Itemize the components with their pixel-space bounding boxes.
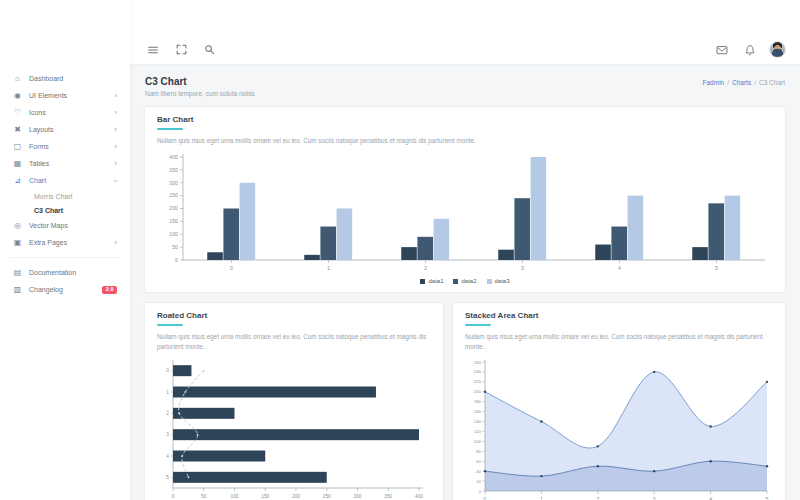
sidebar-item-label: Vector Maps bbox=[29, 222, 68, 229]
sidebar-item-c3-chart[interactable]: C3 Chart bbox=[0, 203, 130, 217]
card-title-rotated: Roated Chart bbox=[157, 311, 431, 320]
app-root: ⌂Dashboard◉UI Elements›♡Icons›✖Layouts›▢… bbox=[0, 0, 800, 500]
sidebar-item-changelog[interactable]: ▥Changelog2.0 bbox=[0, 281, 130, 299]
svg-text:400: 400 bbox=[169, 154, 178, 160]
svg-text:0: 0 bbox=[166, 369, 169, 374]
bar-chart[interactable]: 050100150200250300350400012345 bbox=[157, 150, 773, 276]
svg-text:0: 0 bbox=[479, 489, 482, 494]
version-badge: 2.0 bbox=[102, 286, 117, 295]
svg-text:100: 100 bbox=[230, 494, 238, 499]
sidebar-item-label: Forms bbox=[29, 143, 49, 150]
stacked-area-chart[interactable]: 0204060801001201401601802002202402600123… bbox=[465, 356, 773, 500]
sidebar-item-vector-maps[interactable]: ◎Vector Maps bbox=[0, 217, 130, 234]
sidebar-item-label: Dashboard bbox=[29, 75, 63, 82]
search-icon[interactable] bbox=[200, 41, 218, 59]
sidebar-item-dashboard[interactable]: ⌂Dashboard bbox=[0, 70, 130, 87]
svg-text:120: 120 bbox=[474, 429, 482, 434]
svg-text:4: 4 bbox=[618, 265, 621, 271]
breadcrumb: Fadmin/Charts/C3 Chart bbox=[703, 79, 785, 86]
card-title-bar: Bar Chart bbox=[157, 115, 773, 124]
svg-text:5: 5 bbox=[166, 475, 169, 480]
svg-text:350: 350 bbox=[384, 494, 392, 499]
ui-elements-icon: ◉ bbox=[13, 92, 22, 100]
sidebar-item-label: UI Elements bbox=[29, 92, 67, 99]
sidebar-nav: ⌂Dashboard◉UI Elements›♡Icons›✖Layouts›▢… bbox=[0, 70, 130, 299]
svg-text:350: 350 bbox=[169, 167, 178, 173]
documentation-icon: ▤ bbox=[13, 269, 22, 277]
card-title-stacked: Stacked Area Chart bbox=[465, 311, 773, 320]
bar-chart-card: Bar Chart Nullam quis risus eget urna mo… bbox=[144, 106, 786, 293]
svg-text:5: 5 bbox=[715, 265, 718, 271]
svg-text:20: 20 bbox=[476, 479, 481, 484]
legend-item-data3[interactable]: data3 bbox=[487, 278, 510, 284]
sidebar-item-label: Tables bbox=[29, 160, 49, 167]
svg-text:0: 0 bbox=[172, 494, 175, 499]
svg-text:4: 4 bbox=[166, 454, 169, 459]
sidebar-item-label: Chart bbox=[29, 177, 46, 184]
user-avatar[interactable] bbox=[769, 41, 786, 58]
svg-text:250: 250 bbox=[169, 193, 178, 199]
svg-text:50: 50 bbox=[201, 494, 207, 499]
sidebar-item-morris-chart[interactable]: Morris Chart bbox=[0, 189, 130, 203]
sidebar-item-label: Changelog bbox=[29, 286, 63, 293]
title-underline bbox=[157, 324, 183, 326]
chevron-down-icon: › bbox=[112, 179, 120, 182]
svg-text:40: 40 bbox=[476, 469, 481, 474]
svg-text:200: 200 bbox=[169, 206, 178, 212]
svg-text:4: 4 bbox=[709, 496, 712, 500]
svg-text:2: 2 bbox=[424, 265, 427, 271]
svg-text:240: 240 bbox=[474, 370, 482, 375]
rotated-bar-chart[interactable]: 050100150200250300350400012345 bbox=[157, 356, 431, 500]
legend-item-data1[interactable]: data1 bbox=[420, 278, 443, 284]
svg-text:1: 1 bbox=[540, 496, 543, 500]
sidebar-item-forms[interactable]: ▢Forms› bbox=[0, 138, 130, 155]
svg-text:2: 2 bbox=[596, 496, 599, 500]
card-desc-bar: Nullam quis risus eget urna mollis ornar… bbox=[157, 136, 773, 145]
title-underline bbox=[157, 128, 183, 130]
breadcrumb-separator: / bbox=[754, 79, 756, 86]
sidebar-item-icons[interactable]: ♡Icons› bbox=[0, 104, 130, 121]
svg-text:3: 3 bbox=[166, 433, 169, 438]
sidebar-item-layouts[interactable]: ✖Layouts› bbox=[0, 121, 130, 138]
sidebar-item-label: Extra Pages bbox=[29, 239, 67, 246]
legend-swatch bbox=[453, 279, 458, 284]
sidebar-item-label: Documentation bbox=[29, 269, 76, 276]
breadcrumb-link[interactable]: Fadmin bbox=[703, 79, 725, 86]
svg-text:250: 250 bbox=[323, 494, 331, 499]
sidebar-item-ui-elements[interactable]: ◉UI Elements› bbox=[0, 87, 130, 104]
sidebar-item-chart[interactable]: ⊿Chart› bbox=[0, 172, 130, 189]
stacked-area-chart-card: Stacked Area Chart Nullam quis risus ege… bbox=[452, 302, 786, 500]
svg-text:400: 400 bbox=[415, 494, 423, 499]
svg-text:3: 3 bbox=[521, 265, 524, 271]
svg-text:80: 80 bbox=[476, 449, 481, 454]
sidebar-item-documentation[interactable]: ▤Documentation bbox=[0, 264, 130, 281]
main-area: C3 Chart Nam libero tempore, cum soluta … bbox=[130, 0, 800, 500]
legend-item-data2[interactable]: data2 bbox=[453, 278, 476, 284]
changelog-icon: ▥ bbox=[13, 286, 22, 294]
mail-icon[interactable] bbox=[713, 41, 731, 59]
sidebar-item-extra-pages[interactable]: ▣Extra Pages› bbox=[0, 234, 130, 251]
bottom-row: Roated Chart Nullam quis risus eget urna… bbox=[144, 302, 786, 500]
sidebar-item-label: C3 Chart bbox=[34, 207, 63, 214]
bar-chart-legend: data1data2data3 bbox=[157, 278, 773, 284]
svg-text:0: 0 bbox=[230, 265, 233, 271]
title-underline bbox=[465, 324, 491, 326]
sidebar-item-tables[interactable]: ▦Tables› bbox=[0, 155, 130, 172]
svg-text:200: 200 bbox=[292, 494, 300, 499]
svg-text:3: 3 bbox=[653, 496, 656, 500]
svg-text:220: 220 bbox=[474, 380, 482, 385]
svg-text:150: 150 bbox=[261, 494, 269, 499]
page-head: C3 Chart Nam libero tempore, cum soluta … bbox=[144, 71, 786, 106]
svg-text:140: 140 bbox=[474, 419, 482, 424]
menu-icon[interactable] bbox=[144, 41, 162, 59]
svg-text:0: 0 bbox=[484, 496, 487, 500]
legend-swatch bbox=[420, 279, 425, 284]
svg-text:300: 300 bbox=[353, 494, 361, 499]
bell-icon[interactable] bbox=[741, 41, 759, 59]
svg-text:150: 150 bbox=[169, 219, 178, 225]
fullscreen-icon[interactable] bbox=[172, 41, 190, 59]
svg-text:2: 2 bbox=[166, 411, 169, 416]
pages-icon: ▣ bbox=[13, 239, 22, 247]
svg-text:100: 100 bbox=[474, 439, 482, 444]
breadcrumb-link[interactable]: Charts bbox=[732, 79, 751, 86]
